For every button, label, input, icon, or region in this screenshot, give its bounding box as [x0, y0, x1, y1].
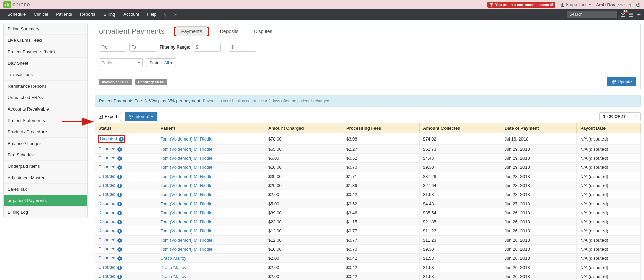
- internal-button[interactable]: Internal ▾: [125, 112, 157, 121]
- cell: $0.52: [343, 154, 419, 163]
- column-header[interactable]: Processing Fees: [343, 123, 419, 133]
- patient-link[interactable]: Tom (Voldemort) M. Riddle: [160, 136, 212, 142]
- sidebar-item[interactable]: onpatient Payments: [4, 195, 87, 207]
- patient-link[interactable]: Tom (Voldemort) M. Riddle: [160, 183, 212, 188]
- sidebar-item[interactable]: Adjustment Master: [4, 172, 87, 184]
- status-link[interactable]: Disputed i: [98, 183, 122, 188]
- sidebar-item[interactable]: Accounts Receivable: [4, 103, 87, 115]
- update-button[interactable]: Update: [607, 77, 636, 86]
- nav-item-reports[interactable]: Reports: [76, 9, 100, 20]
- sidebar-item[interactable]: Product / Procedure: [4, 126, 87, 138]
- patient-select[interactable]: Patient: [99, 58, 143, 67]
- patient-link[interactable]: Tom (Voldemort) M. Riddle: [160, 192, 212, 197]
- power-icon[interactable]: [636, 2, 641, 7]
- status-link[interactable]: Disputed i: [98, 174, 122, 179]
- patient-link[interactable]: Draco Malfoy: [160, 274, 186, 279]
- sidebar-item[interactable]: Remittance Reports: [4, 81, 87, 92]
- status-select[interactable]: Status: All ▾: [146, 58, 176, 67]
- sidebar-item[interactable]: Live Claims Feed: [4, 35, 87, 46]
- sidebar-item[interactable]: Transactions: [4, 69, 87, 81]
- status-link[interactable]: Disputed i: [98, 192, 122, 197]
- sidebar-item[interactable]: Patient Statements: [4, 115, 87, 126]
- patient-link[interactable]: Tom (Voldemort) M. Riddle: [160, 247, 212, 252]
- sidebar-item[interactable]: Sales Tax: [4, 184, 87, 195]
- sidebar-item[interactable]: Day Sheet: [4, 58, 87, 69]
- from-date-input[interactable]: [99, 43, 126, 52]
- column-header[interactable]: Date of Payment: [501, 123, 576, 133]
- nav-item-help[interactable]: Help: [143, 9, 160, 20]
- nav-item-account[interactable]: Account: [119, 9, 143, 20]
- table-row: Disputed iTom (Voldemort) M. Riddle$23.0…: [95, 217, 641, 226]
- chevron-down-icon: [138, 62, 140, 64]
- caduceus-icon[interactable]: ⚕: [160, 11, 170, 18]
- menu-icon[interactable]: [629, 12, 634, 17]
- cell: N/A (disputed): [577, 133, 641, 145]
- customer-account-badge: You are in a customer's account!: [487, 2, 555, 8]
- status-link[interactable]: Disputed i: [98, 146, 122, 151]
- cell: $55.00: [265, 145, 343, 154]
- column-header[interactable]: Amount Collected: [420, 123, 501, 133]
- patient-link[interactable]: Draco Malfoy: [160, 265, 186, 270]
- status-link[interactable]: Disputed i: [98, 265, 122, 270]
- global-search-input[interactable]: [567, 11, 617, 18]
- table-row: Disputed iTom (Voldemort) M. Riddle$89.0…: [95, 208, 641, 217]
- patient-link[interactable]: Tom (Voldemort) M. Riddle: [160, 174, 212, 179]
- tab-payments[interactable]: Payments: [176, 26, 207, 36]
- patient-link[interactable]: Tom (Voldemort) M. Riddle: [160, 165, 212, 170]
- patient-link[interactable]: Tom (Voldemort) M. Riddle: [160, 201, 212, 206]
- column-header[interactable]: Status: [95, 123, 157, 133]
- status-link[interactable]: Disputed i: [98, 246, 122, 251]
- cell: N/A (disputed): [577, 172, 641, 181]
- cell: $0.42: [343, 254, 419, 263]
- status-link[interactable]: Disputed i: [98, 164, 122, 169]
- sidebar-item[interactable]: Unmatched ERAs: [4, 92, 87, 103]
- sidebar-item[interactable]: Billing Summary: [4, 23, 87, 35]
- column-header[interactable]: Amount Charged: [265, 123, 343, 133]
- pagination-next-button[interactable]: →: [629, 113, 640, 121]
- caret-down-icon: ▾: [151, 114, 153, 119]
- patient-link[interactable]: Tom (Voldemort) M. Riddle: [160, 228, 212, 234]
- sidebar-item[interactable]: Patient Payments (beta): [4, 46, 87, 58]
- patient-link[interactable]: Draco Malfoy: [160, 256, 186, 261]
- scissors-icon[interactable]: ✂: [170, 11, 181, 18]
- cell: $2.00: [265, 254, 343, 263]
- mail-button[interactable]: 97: [621, 12, 625, 17]
- status-link[interactable]: Disputed i: [98, 228, 122, 233]
- payments-table: StatusPatientAmount ChargedProcessing Fe…: [95, 123, 641, 280]
- nav-item-billing[interactable]: Billing: [100, 9, 119, 20]
- sidebar-item[interactable]: Balance / Ledger: [4, 138, 87, 149]
- status-link[interactable]: Disputed i: [98, 201, 122, 206]
- nav-item-schedule[interactable]: Schedule: [3, 9, 30, 20]
- status-link[interactable]: Disputed i: [100, 136, 124, 141]
- tab-disputes[interactable]: Disputes: [249, 27, 277, 36]
- status-link[interactable]: Disputed i: [98, 210, 122, 215]
- patient-link[interactable]: Tom (Voldemort) M. Riddle: [160, 219, 212, 224]
- column-header[interactable]: Payout Date: [577, 123, 641, 133]
- nav-item-patients[interactable]: Patients: [52, 9, 76, 20]
- export-button[interactable]: Export: [95, 112, 121, 121]
- patient-link[interactable]: Tom (Voldemort) M. Riddle: [160, 210, 212, 215]
- status-link[interactable]: Disputed i: [98, 255, 122, 260]
- plus-icon[interactable]: +: [637, 11, 641, 18]
- billing-sidebar: Billing SummaryLive Claims FeedPatient P…: [3, 23, 88, 218]
- patient-link[interactable]: Tom (Voldemort) M. Riddle: [160, 238, 212, 243]
- status-link[interactable]: Disputed i: [98, 274, 122, 279]
- to-date-input[interactable]: [129, 43, 156, 52]
- table-row: Disputed iTom (Voldemort) M. Riddle$78.0…: [95, 133, 641, 145]
- nav-item-clinical[interactable]: Clinical: [30, 9, 52, 20]
- sidebar-item[interactable]: Underpaid Items: [4, 161, 87, 172]
- column-header[interactable]: Patient: [157, 123, 265, 133]
- stripe-user-menu[interactable]: Stripe Test: [560, 2, 591, 7]
- sidebar-item[interactable]: Billing Log: [4, 207, 87, 218]
- status-link[interactable]: Disputed i: [98, 155, 122, 160]
- logged-user[interactable]: Amit Roy (amit56r): [596, 2, 631, 7]
- range-max-input[interactable]: [229, 43, 256, 52]
- patient-link[interactable]: Tom (Voldemort) M. Riddle: [160, 147, 212, 152]
- tab-deposits[interactable]: Deposits: [215, 27, 243, 36]
- range-min-input[interactable]: [194, 43, 221, 52]
- status-link[interactable]: Disputed i: [98, 237, 122, 242]
- patient-link[interactable]: Tom (Voldemort) M. Riddle: [160, 156, 212, 161]
- sidebar-item[interactable]: Fee Schedule: [4, 149, 87, 161]
- svg-point-2: [130, 116, 131, 117]
- status-link[interactable]: Disputed i: [98, 219, 122, 224]
